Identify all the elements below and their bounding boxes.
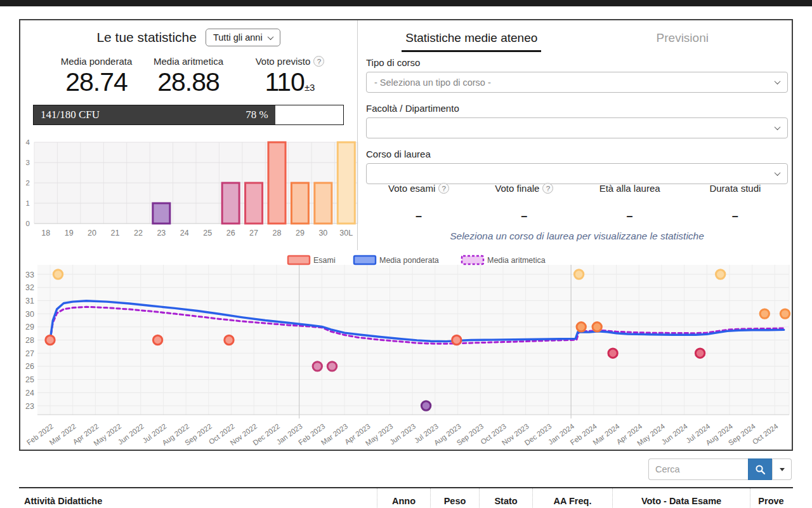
help-icon[interactable]: ? [313, 56, 324, 67]
column-header-anno[interactable]: Anno [377, 488, 430, 508]
search-button[interactable] [748, 458, 772, 480]
bar-y-tick: 3 [26, 159, 30, 166]
filter-select-value: - Seleziona un tipo di corso - [374, 77, 491, 88]
bar-x-tick: 25 [203, 229, 212, 237]
filter-select[interactable] [366, 163, 788, 184]
line-x-tick: Jun 2024 [660, 422, 689, 446]
exam-dot [225, 335, 233, 344]
bar-x-tick: 20 [88, 229, 96, 237]
legend-swatch-2 [462, 256, 483, 264]
exam-dot [153, 335, 162, 344]
line-y-tick: 32 [25, 283, 34, 292]
cfu-progress-fill: 141/180 CFU 78 % [34, 105, 275, 124]
line-y-tick: 31 [25, 297, 34, 305]
column-header-prove[interactable]: Prove [750, 488, 792, 508]
tab-statistiche-medie-ateneo[interactable]: Statistiche medie ateneo [366, 31, 577, 52]
ateneo-stat-voto-finale: Voto finale?– [471, 183, 577, 223]
ateneo-stat-label: Età alla laurea [577, 183, 683, 194]
exam-dot [695, 349, 704, 358]
column-header-aa-freq.[interactable]: AA Freq. [532, 488, 612, 508]
bar-x-tick: 29 [296, 229, 304, 237]
column-header-voto-data-esame[interactable]: Voto - Data Esame [612, 488, 750, 508]
line-y-tick: 28 [25, 336, 34, 345]
grade-distribution-bar-chart: 012341819202122232425262728293030L [20, 136, 360, 243]
filter-tipo-di-corso: Tipo di corso- Seleziona un tipo di cors… [366, 57, 788, 93]
select-course-message: Seleziona un corso di laurea per visuali… [366, 231, 788, 242]
bar-x-tick: 21 [111, 229, 120, 237]
year-filter-value: Tutti gli anni [213, 32, 263, 43]
ateneo-stat-età-alla-laurea: Età alla laurea– [577, 183, 683, 223]
tab-label: Statistiche medie ateneo [402, 31, 541, 52]
ateneo-stat-label-text: Voto esami [388, 183, 435, 194]
line-y-tick: 26 [25, 362, 34, 371]
cfu-progress-bar: 141/180 CFU 78 % [33, 105, 344, 125]
bar-x-tick: 22 [134, 229, 143, 237]
exam-dot [421, 401, 430, 410]
bar-30 [315, 183, 332, 224]
stat-value-text: 110 [265, 67, 304, 97]
bar-x-tick: 19 [65, 229, 74, 237]
vertical-divider [357, 20, 358, 250]
bar-x-tick: 18 [41, 229, 50, 237]
exam-dot [577, 323, 586, 331]
exam-dot [53, 270, 62, 279]
filter-corso-di-laurea: Corso di laurea [366, 149, 788, 184]
activities-table-header: Attività DidatticheAnnoPesoStatoAA Freq.… [19, 488, 793, 508]
search-options-button[interactable] [772, 458, 792, 480]
stat-label: Voto previsto? [236, 56, 344, 67]
exam-dot [593, 323, 601, 331]
stat-label-text: Media aritmetica [154, 56, 223, 67]
search-icon [755, 464, 766, 475]
help-icon[interactable]: ? [438, 183, 449, 194]
exam-dot [760, 309, 769, 318]
search-group [648, 458, 792, 480]
exam-dot [716, 270, 725, 279]
tab-previsioni[interactable]: Previsioni [577, 31, 789, 52]
exam-dot [452, 335, 461, 344]
stat-label-text: Voto previsto [256, 56, 311, 67]
chevron-down-icon [267, 34, 273, 40]
legend-label-2: Media aritmetica [487, 256, 546, 265]
ateneo-stat-label-text: Età alla laurea [599, 183, 660, 194]
line-y-tick: 27 [25, 349, 34, 358]
line-y-tick: 24 [25, 389, 34, 398]
line-x-tick: Oct 2024 [751, 422, 780, 446]
bar-23 [153, 203, 170, 224]
exam-dot [608, 349, 617, 358]
year-filter-select[interactable]: Tutti gli anni [206, 29, 280, 46]
stat-label: Media aritmetica [131, 56, 246, 67]
legend-swatch-1 [354, 256, 376, 264]
bar-x-tick: 23 [157, 229, 166, 237]
grades-timeline-chart: 2324252627282930313233Feb 2022Mar 2022Ap… [22, 252, 792, 449]
search-input[interactable] [648, 458, 748, 480]
exam-dot [574, 270, 583, 279]
bar-x-tick: 27 [249, 229, 258, 237]
ateneo-stat-durata-studi: Durata studi– [683, 183, 788, 223]
stat-value: 110±3 [236, 68, 344, 97]
bar-y-tick: 0 [26, 220, 30, 227]
ateneo-stat-label-text: Durata studi [709, 183, 761, 194]
chevron-down-icon [775, 124, 781, 130]
filter-select[interactable]: - Seleziona un tipo di corso - [366, 72, 788, 93]
filter-select[interactable] [366, 117, 788, 138]
bar-y-tick: 1 [26, 199, 30, 207]
column-header-stato[interactable]: Stato [479, 488, 532, 508]
top-bar [0, 0, 812, 6]
bar-26 [222, 183, 239, 224]
ateneo-stats-row: Voto esami?–Voto finale?–Età alla laurea… [366, 183, 788, 223]
bar-29 [291, 183, 308, 224]
ateneo-panel: Statistiche medie ateneoPrevisioni Tipo … [366, 20, 788, 52]
page-title: Le tue statistiche [96, 30, 197, 45]
stat-value-text: 28.88 [157, 67, 219, 97]
chevron-down-icon [775, 78, 781, 84]
column-header-peso[interactable]: Peso [430, 488, 479, 508]
line-y-tick: 30 [25, 310, 34, 319]
help-icon[interactable]: ? [542, 183, 553, 194]
tab-label: Previsioni [653, 31, 712, 50]
column-header-attività-didattiche[interactable]: Attività Didattiche [19, 488, 377, 508]
caret-down-icon [780, 468, 785, 471]
cfu-progress-percent: 78 % [246, 109, 268, 121]
ateneo-stat-value: – [577, 210, 683, 223]
ateneo-tabs: Statistiche medie ateneoPrevisioni [366, 31, 788, 52]
bar-x-tick: 26 [226, 229, 235, 237]
